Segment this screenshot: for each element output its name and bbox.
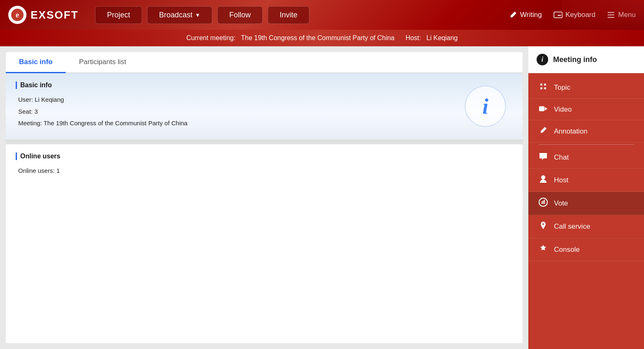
broadcast-dropdown-arrow: ▼	[195, 12, 200, 18]
sidebar-item-vote[interactable]: Vote	[528, 192, 644, 215]
svg-rect-18	[542, 201, 542, 204]
svg-point-21	[542, 223, 544, 225]
content-area: Basic info Participants list Basic info …	[0, 46, 528, 349]
sidebar-item-host[interactable]: Host	[528, 169, 644, 192]
meeting-info-text: Meeting: The 19th Congress of the Commun…	[18, 117, 513, 129]
sidebar-item-video[interactable]: Video	[528, 99, 644, 120]
svg-marker-15	[545, 107, 547, 110]
sidebar-divider-1	[538, 144, 634, 145]
project-button[interactable]: Project	[95, 6, 142, 24]
broadcast-button[interactable]: Broadcast ▼	[147, 6, 212, 24]
topic-label: Topic	[554, 84, 570, 92]
right-sidebar: i Meeting info Topic Video	[528, 46, 644, 349]
meeting-info-header: i Meeting info	[528, 46, 644, 73]
host-label: Host	[554, 176, 568, 184]
online-users-title: Online users	[16, 153, 513, 160]
basic-info-content: User: Li Keqiang Seat: 3 Meeting: The 19…	[16, 94, 513, 129]
console-label: Console	[554, 246, 580, 254]
current-meeting-label: Current meeting:	[186, 34, 235, 41]
logo-icon: e	[8, 6, 26, 24]
main-panel: Basic info User: Li Keqiang Seat: 3 Meet…	[6, 73, 523, 343]
chat-icon	[538, 152, 548, 163]
meeting-info-title: Meeting info	[553, 55, 597, 64]
menu-tool[interactable]: Menu	[607, 11, 636, 19]
subheader-text: Current meeting: The 19th Congress of th…	[186, 34, 458, 42]
vote-label: Vote	[554, 199, 568, 208]
seat-info: Seat: 3	[18, 106, 513, 118]
user-info: User: Li Keqiang	[18, 94, 513, 106]
info-letter-icon: i	[482, 94, 488, 119]
annotation-icon	[538, 126, 548, 136]
vote-icon	[538, 198, 548, 209]
section-separator	[6, 139, 523, 144]
online-users-content: Online users: 1	[16, 165, 513, 177]
host-label: Host:	[406, 34, 421, 41]
sidebar-item-chat[interactable]: Chat	[528, 146, 644, 169]
main-layout: Basic info Participants list Basic info …	[0, 46, 644, 349]
svg-rect-14	[539, 106, 544, 111]
meeting-name: The 19th Congress of the Communist Party…	[241, 34, 394, 41]
host-name: Li Keqiang	[426, 34, 458, 41]
basic-info-title: Basic info	[16, 81, 513, 89]
info-icon-circle: i	[465, 86, 506, 127]
svg-point-16	[541, 175, 545, 179]
invite-button[interactable]: Invite	[268, 6, 309, 24]
writing-tool[interactable]: Writing	[509, 11, 542, 19]
video-label: Video	[554, 105, 572, 114]
topic-icon	[538, 82, 548, 93]
sidebar-item-topic[interactable]: Topic	[528, 76, 644, 99]
menu-label: Menu	[618, 11, 636, 19]
logo-area: e EXSOFT	[8, 6, 78, 24]
online-count: Online users: 1	[18, 165, 513, 177]
sidebar-menu: Topic Video Annotation	[528, 73, 644, 349]
tab-basic-info[interactable]: Basic info	[6, 52, 66, 73]
svg-rect-19	[543, 201, 544, 204]
keyboard-icon	[554, 12, 563, 18]
tab-participants-list[interactable]: Participants list	[66, 52, 139, 73]
header-right: Writing Keyboard Menu	[509, 11, 636, 19]
chat-label: Chat	[554, 153, 569, 162]
host-icon	[538, 174, 548, 186]
nav-buttons: Project Broadcast ▼ Follow Invite	[95, 6, 509, 24]
basic-info-section: Basic info User: Li Keqiang Seat: 3 Meet…	[6, 73, 523, 139]
sidebar-item-annotation[interactable]: Annotation	[528, 120, 644, 143]
annotation-label: Annotation	[554, 127, 587, 136]
svg-text:e: e	[16, 11, 19, 19]
keyboard-tool[interactable]: Keyboard	[554, 11, 596, 19]
call-service-label: Call service	[554, 222, 590, 231]
sidebar-item-call-service[interactable]: Call service	[528, 215, 644, 238]
subheader: Current meeting: The 19th Congress of th…	[0, 30, 644, 46]
console-icon	[538, 244, 548, 255]
logo-text: EXSOFT	[31, 9, 78, 22]
video-icon	[538, 105, 548, 114]
svg-rect-20	[544, 200, 545, 204]
keyboard-label: Keyboard	[566, 11, 596, 19]
tab-bar: Basic info Participants list	[6, 52, 523, 73]
writing-label: Writing	[520, 11, 542, 19]
info-badge-icon: i	[537, 54, 548, 65]
menu-icon	[607, 12, 615, 18]
online-users-section: Online users Online users: 1	[6, 144, 523, 185]
header: e EXSOFT Project Broadcast ▼ Follow Invi…	[0, 0, 644, 30]
broadcast-label: Broadcast	[159, 11, 192, 19]
follow-button[interactable]: Follow	[217, 6, 263, 24]
sidebar-item-console[interactable]: Console	[528, 238, 644, 261]
call-service-icon	[538, 221, 548, 232]
writing-icon	[509, 11, 517, 19]
